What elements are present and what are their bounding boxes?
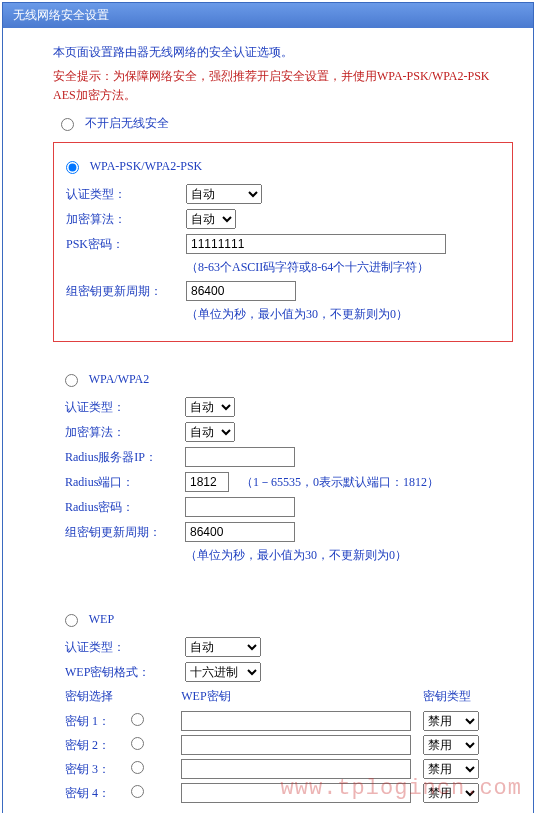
psk-password-label: PSK密码：	[66, 236, 186, 253]
wep-key-3-label: 密钥 3：	[65, 761, 131, 778]
wpa-psk-rekey-label: 组密钥更新周期：	[66, 283, 186, 300]
radius-ip-input[interactable]	[185, 447, 295, 467]
wpa-rekey-hint: （单位为秒，最小值为30，不更新则为0）	[185, 547, 501, 564]
wpa-psk-auth-select[interactable]: 自动	[186, 184, 262, 204]
radius-ip-label: Radius服务器IP：	[65, 449, 185, 466]
radius-pw-input[interactable]	[185, 497, 295, 517]
wpa-auth-label: 认证类型：	[65, 399, 185, 416]
page-title: 无线网络安全设置	[3, 3, 533, 28]
wep-auth-select[interactable]: 自动	[185, 637, 261, 657]
wep-key-2-radio[interactable]	[131, 737, 144, 750]
wpa-enc-select[interactable]: 自动	[185, 422, 235, 442]
wep-fmt-select[interactable]: 十六进制	[185, 662, 261, 682]
radius-pw-label: Radius密码：	[65, 499, 185, 516]
wpa-rekey-input[interactable]	[185, 522, 295, 542]
wep-auth-label: 认证类型：	[65, 639, 185, 656]
wep-key-1-type-select[interactable]: 禁用	[423, 711, 479, 731]
wep-key-row-1: 密钥 1： 禁用	[65, 711, 501, 731]
wep-col-key: WEP密钥	[181, 688, 423, 705]
disable-security-label: 不开启无线安全	[85, 116, 169, 130]
wep-key-4-radio[interactable]	[131, 785, 144, 798]
wep-key-1-radio[interactable]	[131, 713, 144, 726]
radio-wep[interactable]	[65, 614, 78, 627]
wpa-rekey-label: 组密钥更新周期：	[65, 524, 185, 541]
watermark-text: www.tplogincn.com	[281, 776, 522, 801]
security-warning: 安全提示：为保障网络安全，强烈推荐开启安全设置，并使用WPA-PSK/WPA2-…	[53, 67, 513, 105]
radius-port-input[interactable]	[185, 472, 229, 492]
wpa-title: WPA/WPA2	[89, 372, 149, 386]
wpa-section: WPA/WPA2 认证类型： 自动 加密算法： 自动 Radius服务器IP： …	[53, 356, 513, 582]
intro-text: 本页面设置路由器无线网络的安全认证选项。	[53, 44, 513, 61]
wep-col-select: 密钥选择	[65, 688, 181, 705]
wep-title: WEP	[89, 612, 114, 626]
psk-hint: （8-63个ASCII码字符或8-64个十六进制字符）	[186, 259, 500, 276]
wpa-psk-enc-label: 加密算法：	[66, 211, 186, 228]
wpa-psk-section: WPA-PSK/WPA2-PSK 认证类型： 自动 加密算法： 自动 PSK密码…	[53, 142, 513, 342]
radius-port-hint: （1－65535，0表示默认端口：1812）	[241, 474, 439, 491]
wep-col-type: 密钥类型	[423, 688, 501, 705]
wpa-psk-rekey-input[interactable]	[186, 281, 296, 301]
radio-disable-security[interactable]	[61, 118, 74, 131]
wep-key-2-input[interactable]	[181, 735, 411, 755]
wep-key-2-type-select[interactable]: 禁用	[423, 735, 479, 755]
wpa-psk-rekey-hint: （单位为秒，最小值为30，不更新则为0）	[186, 306, 500, 323]
wep-key-2-label: 密钥 2：	[65, 737, 131, 754]
wep-key-4-label: 密钥 4：	[65, 785, 131, 802]
wpa-psk-title: WPA-PSK/WPA2-PSK	[90, 159, 202, 173]
wpa-psk-auth-label: 认证类型：	[66, 186, 186, 203]
wep-key-3-radio[interactable]	[131, 761, 144, 774]
radio-wpa[interactable]	[65, 374, 78, 387]
wpa-auth-select[interactable]: 自动	[185, 397, 235, 417]
wep-key-1-label: 密钥 1：	[65, 713, 131, 730]
wep-fmt-label: WEP密钥格式：	[65, 664, 185, 681]
wep-key-1-input[interactable]	[181, 711, 411, 731]
wpa-enc-label: 加密算法：	[65, 424, 185, 441]
radius-port-label: Radius端口：	[65, 474, 185, 491]
wpa-psk-enc-select[interactable]: 自动	[186, 209, 236, 229]
wep-key-row-2: 密钥 2： 禁用	[65, 735, 501, 755]
radio-wpa-psk[interactable]	[66, 161, 79, 174]
psk-password-input[interactable]	[186, 234, 446, 254]
